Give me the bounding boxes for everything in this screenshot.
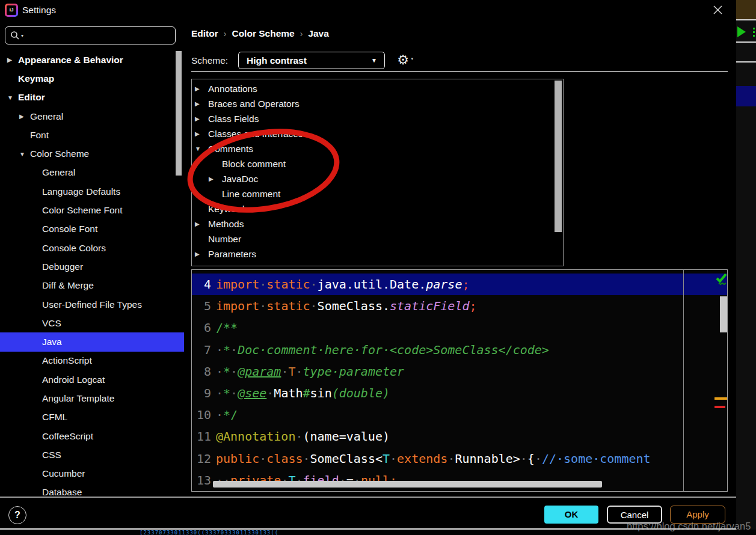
sidebar-item-general[interactable]: General	[0, 164, 184, 182]
sidebar-item-general[interactable]: ▶General	[0, 107, 184, 126]
code-line-text: /**	[216, 320, 680, 335]
sidebar-item-font[interactable]: Font	[0, 126, 184, 144]
window-title: Settings	[22, 5, 56, 16]
chevron-right-icon[interactable]: ▶	[195, 251, 208, 257]
chevron-right-icon[interactable]: ▶	[209, 176, 222, 182]
ok-button[interactable]: OK	[544, 506, 598, 524]
sidebar-item-cucumber[interactable]: Cucumber	[0, 465, 184, 483]
close-icon[interactable]	[710, 2, 726, 18]
chevron-right-icon[interactable]: ▶	[195, 100, 208, 107]
code-line-6[interactable]: 6/**	[192, 317, 727, 338]
chevron-down-icon[interactable]: ▼	[19, 151, 30, 157]
sidebar-item-language-defaults[interactable]: Language Defaults	[0, 182, 184, 201]
sidebar-item-android-logcat[interactable]: Android Logcat	[0, 370, 184, 389]
code-line-5[interactable]: 5import·static·SomeClass.staticField;	[192, 295, 727, 317]
sidebar-item-database[interactable]: Database	[0, 483, 184, 497]
search-history-chevron-icon[interactable]: ▾	[21, 33, 23, 38]
search-input[interactable]	[27, 31, 159, 40]
sidebar-item-coffeescript[interactable]: CoffeeScript	[0, 427, 184, 445]
inspections-ok-icon[interactable]	[715, 272, 728, 286]
sidebar-item-appearance-behavior[interactable]: ▶Appearance & Behavior	[0, 50, 184, 69]
tree-item-braces-and-operators[interactable]: ▶Braces and Operators	[192, 96, 563, 111]
sidebar-item-label: Diff & Merge	[42, 280, 94, 291]
chevron-right-icon[interactable]: ▶	[195, 85, 208, 92]
scheme-label: Scheme:	[191, 55, 228, 66]
sidebar-scrollbar[interactable]	[176, 51, 182, 176]
chevron-right-icon[interactable]: ▶	[195, 130, 208, 137]
sidebar-item-label: General	[30, 111, 63, 122]
chevron-right-icon[interactable]: ▶	[19, 113, 30, 120]
code-line-10[interactable]: 10·*/	[192, 404, 727, 426]
tree-item-annotations[interactable]: ▶Annotations	[192, 81, 563, 96]
sidebar-item-color-scheme[interactable]: ▼Color Scheme	[0, 144, 184, 163]
code-line-8[interactable]: 8·*·@param·T·type·parameter	[192, 361, 727, 382]
code-token: *	[223, 386, 230, 400]
code-line-7[interactable]: 7·*·Doc·comment·here·for·<code>SomeClass…	[192, 339, 727, 361]
tree-item-line-comment[interactable]: Line comment	[192, 186, 563, 201]
chevron-right-icon[interactable]: ▶	[7, 57, 18, 63]
gear-icon[interactable]: ⚙▾	[394, 51, 412, 69]
code-token: ·	[266, 386, 274, 400]
sidebar-item-cfml[interactable]: CFML	[0, 408, 184, 427]
code-line-9[interactable]: 9·*·@see·Math#sin(double)	[192, 382, 727, 404]
tree-scrollbar[interactable]	[555, 81, 562, 232]
code-token: staticField	[390, 299, 469, 313]
breadcrumb-color-scheme[interactable]: Color Scheme	[232, 28, 294, 38]
sidebar-item-console-colors[interactable]: Console Colors	[0, 239, 184, 257]
sidebar-item-console-font[interactable]: Console Font	[0, 220, 184, 239]
tree-item-comments[interactable]: ▼Comments	[192, 141, 563, 156]
scheme-dropdown[interactable]: High contrast ▼	[238, 52, 385, 69]
code-token: SomeClass<	[310, 451, 383, 466]
tree-item-classes-and-interfaces[interactable]: ▶Classes and Interfaces	[192, 126, 563, 141]
chevron-right-icon[interactable]: ▶	[195, 221, 208, 227]
warning-stripe-mark[interactable]	[715, 397, 728, 400]
tree-item-block-comment[interactable]: Block comment	[192, 156, 563, 171]
sidebar-item-actionscript[interactable]: ActionScript	[0, 352, 184, 370]
background-glitch-text: [23370733011330((ЗЗЗ70ЗЗ30113З01ЗЗ((	[140, 530, 278, 535]
sidebar-item-label: Database	[42, 487, 82, 497]
code-token: public	[216, 451, 259, 466]
sidebar-item-angular-template[interactable]: Angular Template	[0, 389, 184, 408]
code-line-12[interactable]: 12public·class·SomeClass<T·extends·Runna…	[192, 448, 727, 469]
chevron-down-icon[interactable]: ▼	[195, 145, 208, 152]
sidebar-item-editor[interactable]: ▼Editor	[0, 88, 184, 107]
run-play-icon	[737, 26, 746, 37]
error-stripe-mark[interactable]	[715, 406, 725, 408]
tree-item-parameters[interactable]: ▶Parameters	[192, 246, 563, 261]
sidebar-item-color-scheme-font[interactable]: Color Scheme Font	[0, 201, 184, 219]
tree-item-javadoc[interactable]: ▶JavaDoc	[192, 171, 563, 186]
tree-item-number[interactable]: Number	[192, 231, 563, 246]
tree-item-keyword[interactable]: Keyword	[192, 201, 563, 216]
code-line-13[interactable]: 13··private·T·field·=·null;	[192, 469, 727, 491]
sidebar-item-keymap[interactable]: Keymap	[0, 69, 184, 88]
settings-search-box[interactable]: ▾	[5, 26, 176, 44]
editor-vertical-scrollbar[interactable]	[720, 296, 727, 332]
code-line-11[interactable]: 11@Annotation·(name=value)	[192, 426, 727, 447]
code-token: ·	[230, 364, 238, 379]
code-token: ·	[520, 451, 527, 466]
chevron-right-icon[interactable]: ▶	[195, 115, 208, 122]
line-number: 8	[192, 364, 211, 379]
sidebar-item-debugger[interactable]: Debugger	[0, 257, 184, 276]
sidebar-item-vcs[interactable]: VCS	[0, 314, 184, 332]
line-number: 11	[192, 429, 211, 444]
code-token: Math	[274, 386, 303, 400]
chevron-down-icon[interactable]: ▼	[7, 94, 18, 101]
code-line-text: public·class·SomeClass<T·extends·Runnabl…	[216, 451, 680, 466]
editor-horizontal-scrollbar[interactable]	[213, 481, 602, 488]
sidebar-item-diff-merge[interactable]: Diff & Merge	[0, 277, 184, 295]
tree-item-class-fields[interactable]: ▶Class Fields	[192, 111, 563, 126]
sidebar-item-css[interactable]: CSS	[0, 445, 184, 464]
sidebar-item-user-defined-file-types[interactable]: User-Defined File Types	[0, 295, 184, 314]
code-token: type·parameter	[303, 364, 405, 379]
footer-divider	[0, 497, 736, 498]
help-button[interactable]: ?	[8, 506, 26, 524]
code-line-text: ·*·Doc·comment·here·for·<code>SomeClass<…	[216, 343, 680, 357]
tree-item-methods[interactable]: ▶Methods	[192, 216, 563, 231]
breadcrumb-editor[interactable]: Editor	[191, 28, 218, 38]
sidebar-item-label: Font	[30, 130, 49, 141]
breadcrumb-separator: ›	[295, 29, 309, 38]
code-line-4[interactable]: 4import·static·java.util.Date.parse;	[192, 274, 727, 295]
code-token: ·	[216, 408, 223, 422]
sidebar-item-java[interactable]: Java	[0, 332, 184, 351]
